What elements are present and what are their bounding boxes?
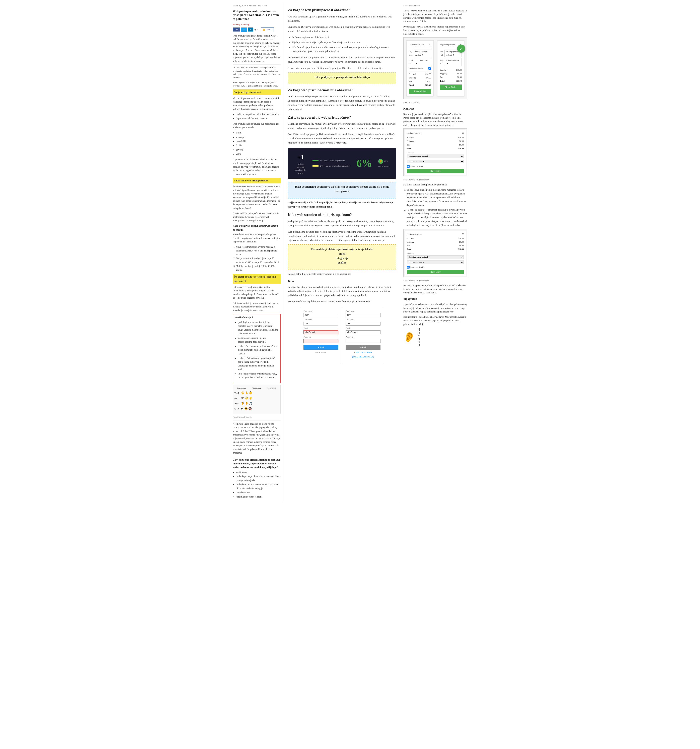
cm3-ship-section: Choose address ▼ <box>407 260 464 265</box>
form-field-email-cb: Email <box>346 327 380 334</box>
bottom-left-text: A je li vam ikada dogadilo da birete ток… <box>233 422 281 455</box>
mid-section2-text: Direktiva EU o web pristupačnosti je za … <box>288 95 396 111</box>
heavy-accent-illustration: 👂 Heavy accent <box>403 328 467 346</box>
cm2-pay-section: Pay with: Select payment method ▼ <box>407 151 464 159</box>
recommend-text: Preporučuje se svaki element web stranic… <box>403 25 467 36</box>
accessibility-covers-text: Web pristupačnost obuhvaća sve nedostatk… <box>233 122 281 129</box>
cm3-subtotal: Subtotal $10.00 <box>407 237 464 240</box>
mid-extension-text: Svaka država ima pravo proširiti područj… <box>288 66 396 70</box>
list-item: neurološki <box>236 139 281 143</box>
main-focus-list: starije osobe osobe koje imaju nizak niv… <box>236 470 281 499</box>
right-column: Foto: medium.com To što je crvenom bojom… <box>400 2 468 502</box>
password-input-normal[interactable] <box>303 339 339 343</box>
disability-row-hear: Hear 🦻 👂 🎵 <box>235 401 279 406</box>
when-applies-title: Kada Direktiva o pristupačnosti weba stu… <box>233 224 281 232</box>
stat-1-label: has a visual impairment <box>324 159 345 162</box>
cm2-shipping: Shipping $0.00 <box>407 140 464 143</box>
contrast-title: Kontrast <box>403 107 467 111</box>
place-order-button[interactable]: Place Order <box>409 89 431 94</box>
mid-section1-title: Za koga je web pristupačnost obavezna? <box>288 7 396 13</box>
close-icon-3[interactable]: ✕ <box>462 131 464 135</box>
stat-1-val: 1% <box>320 159 323 162</box>
stat-row-1: 1% has a visual impairment <box>313 159 350 162</box>
when-applies-text: Postavljeno novo za potpuno provođenje E… <box>233 232 281 243</box>
percent-value: 6% <box>357 155 372 171</box>
checkout-screenshot-1: joe@example.com ✕ Pay with Select paymen… <box>403 37 467 99</box>
cm3-email: joe@example.com <box>407 232 422 235</box>
disability-row-see: See 👁️ 🤕 ☀️ <box>235 396 279 400</box>
annotation-3-text: Elementi koji olakšavaju skeniranje i či… <box>291 247 392 265</box>
password-input-cb[interactable] <box>346 339 380 343</box>
cm2-payment-select[interactable]: Select payment method ▼ <box>407 154 464 158</box>
form-normal: First Name Last Name Email Password Subm… <box>301 307 341 364</box>
address-dropdown[interactable]: Choose address ▼ <box>414 58 431 66</box>
problems-intro: Na ovom obrascu postoji nekoliko problem… <box>403 183 467 186</box>
disability-examples-box: Poteškoće imaju i: ljude koji koriste mo… <box>233 314 281 383</box>
list-item: ljude koji koriste mobilne telefone, pam… <box>238 320 279 336</box>
mid-exception-text: Postoje izuzeci koji uključuju javne RTV… <box>288 56 396 64</box>
list-item: Državne, regionalne i lokalne vlasti <box>292 35 396 40</box>
email-input-cb[interactable] <box>346 330 380 334</box>
place-order-button-2[interactable]: Place Order <box>440 84 462 90</box>
mid-elements-intro: Postoji nekoliko elemenata koji će web u… <box>288 272 396 276</box>
cm3-payment-select[interactable]: Select payment method ▼ <box>407 255 464 259</box>
form-field-firstname-cb: First Name <box>346 309 380 317</box>
cm2-remember-checkbox[interactable] <box>407 165 410 168</box>
list-item: Udruženja koja je formiralo vladin sekto… <box>292 45 396 54</box>
lastname-input-cb[interactable] <box>346 322 380 326</box>
lastname-input-normal[interactable] <box>303 322 339 326</box>
problems-list: Tekst s lijeve strane i polja s desne st… <box>407 188 467 227</box>
remember-checkbox[interactable] <box>429 67 431 70</box>
address-dropdown-2[interactable]: Choose address ▼ <box>445 58 462 66</box>
shipping-val: $0.00 <box>426 76 431 79</box>
source-label-2: Foto: uxplanet.org <box>403 101 467 104</box>
payment-method-dropdown[interactable]: Select payment method ▼ <box>414 50 431 57</box>
elements-text: Pažljivo korištenje boja na web stranici… <box>288 285 396 297</box>
list-item: ljudi koji koriste sporu internetsku vez… <box>238 372 279 379</box>
firstname-input-normal[interactable] <box>303 313 339 317</box>
form-field-lastname-normal: Last Name <box>303 318 339 326</box>
cm2-place-order-button[interactable]: Place Order <box>407 169 464 173</box>
close-icon[interactable]: ✕ <box>429 43 431 47</box>
twitter-share-button[interactable]: 🐦 <box>241 28 247 32</box>
submit-button-cb[interactable]: Submit <box>346 345 380 350</box>
checkout-mock-3: joe@example.com ✕ Subtotal $10.00 Shippi… <box>405 231 466 276</box>
list-item: Mobilne aplikacije: rok je 23. juni 2021… <box>236 264 281 272</box>
mid-section5-text: Web pristupačnost zahtijeva dodatna ulag… <box>288 219 396 228</box>
list-item: vidni <box>236 152 281 156</box>
close-icon-4[interactable]: ✕ <box>462 232 464 235</box>
icon-stat-1: 👂 17% <box>378 159 389 164</box>
linkedin-share-button[interactable]: in <box>248 28 253 32</box>
cm3-total: Total $10.90 <box>407 248 464 251</box>
facebook-share-button[interactable]: f 28 <box>233 28 240 32</box>
stat-bar-yellow <box>313 165 319 167</box>
cm3-remember-checkbox[interactable] <box>407 266 410 269</box>
annotation-2-text: Tekst podijeljen u podnaslove da čitanje… <box>291 185 392 194</box>
email-input-normal[interactable] <box>303 330 339 334</box>
cm2-amounts: Subtotal $10.00 Shipping $0.00 Tax $0.90… <box>407 136 464 150</box>
firstname-input-cb[interactable] <box>346 313 380 317</box>
legal-info: Kako to postići? Postoji niz pravila, a … <box>233 81 281 87</box>
why-now-title: Zašto sada web pristupačnost? <box>233 178 281 183</box>
contrast-text: Kontrast je jedan od važnijih elemenata … <box>403 112 467 127</box>
cm2-total: Total $10.90 <box>407 147 464 150</box>
subtotal-val: $10.00 <box>425 73 431 76</box>
cm3-address-select[interactable]: Choose address ▼ <box>407 260 464 264</box>
ear-large-icon: 👂 <box>403 332 415 342</box>
email-label-cb: Email <box>346 327 380 330</box>
total-row: Total $10.90 <box>409 84 431 87</box>
problem-item-1: Tekst s lijeve strane i polja s desne st… <box>407 188 467 207</box>
checkout-screenshot-2: joe@example.com ✕ Subtotal $10.00 Shippi… <box>403 128 467 177</box>
list-item: spoznajni <box>236 135 281 139</box>
stat-row-2: 2.6% has an intellectual disability <box>313 164 350 168</box>
cm3-place-order-button[interactable]: Place Order <box>407 270 464 274</box>
submit-button-normal[interactable]: Submit <box>303 345 339 350</box>
article-views: 442 Views <box>258 4 267 8</box>
cm2-subtotal: Subtotal $10.00 <box>407 136 464 139</box>
stat-bar-green <box>313 160 319 161</box>
left-column: March 1, 2020 8 Minutes 442 Views Web pr… <box>232 2 284 502</box>
share-buttons: f 28 🐦 in ◀ 25 👍 Like 17 <box>233 27 281 32</box>
why-now-text: Živimo u vremenu digitalnog komunikacija… <box>233 185 281 210</box>
shipping-label: Shipping <box>409 76 416 79</box>
cm2-address-select[interactable]: Choose address ▼ <box>407 160 464 164</box>
